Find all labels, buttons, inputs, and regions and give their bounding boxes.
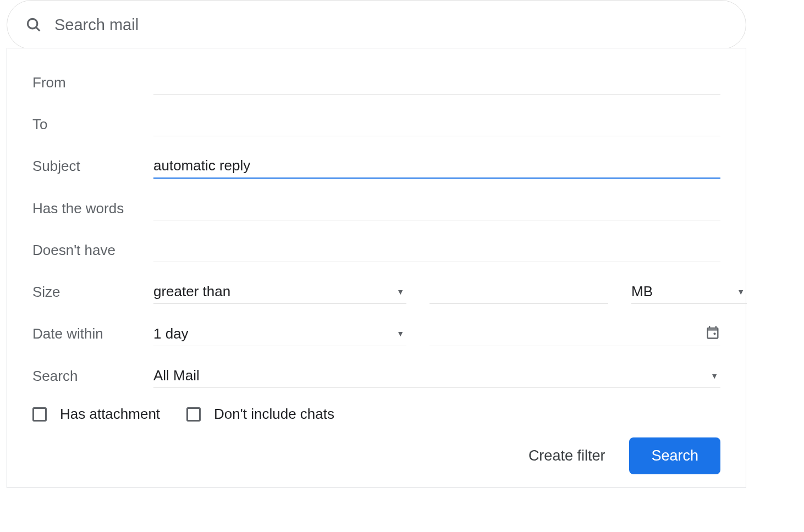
subject-row: Subject	[32, 154, 720, 179]
has-attachment-label: Has attachment	[60, 406, 160, 423]
search-input[interactable]	[54, 16, 730, 34]
search-button[interactable]: Search	[629, 437, 720, 474]
chevron-down-icon: ▼	[737, 287, 745, 296]
calendar-icon[interactable]	[705, 325, 720, 342]
chevron-down-icon: ▼	[711, 372, 718, 380]
search-in-value: All Mail	[153, 367, 200, 384]
doesnt-have-label: Doesn't have	[32, 242, 153, 259]
has-attachment-checkbox[interactable]: Has attachment	[32, 406, 160, 423]
create-filter-button[interactable]: Create filter	[528, 447, 605, 464]
date-within-row: Date within 1 day ▼	[32, 322, 720, 346]
date-within-label: Date within	[32, 325, 153, 342]
date-range-value: 1 day	[153, 325, 189, 342]
to-input[interactable]	[153, 112, 720, 136]
size-label: Size	[32, 284, 153, 301]
search-icon	[23, 14, 45, 36]
size-row: Size greater than ▼ MB ▼	[32, 280, 720, 304]
dont-include-chats-label: Don't include chats	[214, 406, 334, 423]
subject-label: Subject	[32, 158, 153, 175]
doesnt-have-row: Doesn't have	[32, 238, 720, 262]
size-comparator-select[interactable]: greater than ▼	[153, 280, 406, 304]
chevron-down-icon: ▼	[397, 287, 404, 296]
size-unit-select[interactable]: MB ▼	[631, 280, 747, 304]
has-words-row: Has the words	[32, 196, 720, 220]
checkbox-icon	[32, 407, 47, 422]
svg-point-0	[27, 19, 37, 29]
panel-footer: Create filter Search	[528, 437, 720, 474]
to-row: To	[32, 112, 720, 136]
to-label: To	[32, 116, 153, 133]
has-words-input[interactable]	[153, 196, 720, 220]
has-words-label: Has the words	[32, 200, 153, 217]
search-in-row: Search All Mail ▼	[32, 364, 720, 388]
size-unit-value: MB	[631, 283, 653, 300]
from-label: From	[32, 74, 153, 91]
advanced-search-panel: From To Subject Has the words Doesn't ha…	[7, 48, 746, 488]
search-in-label: Search	[32, 368, 153, 385]
dont-include-chats-checkbox[interactable]: Don't include chats	[186, 406, 334, 423]
checkbox-row: Has attachment Don't include chats	[32, 406, 720, 423]
date-input-wrap	[429, 322, 720, 346]
search-bar[interactable]	[7, 0, 746, 49]
chevron-down-icon: ▼	[397, 329, 404, 338]
subject-input[interactable]	[153, 154, 720, 179]
date-range-select[interactable]: 1 day ▼	[153, 322, 406, 346]
checkbox-icon	[186, 407, 201, 422]
svg-point-2	[713, 332, 715, 335]
size-comparator-value: greater than	[153, 283, 230, 300]
svg-line-1	[36, 27, 40, 31]
size-value-input[interactable]	[429, 280, 608, 304]
search-in-select[interactable]: All Mail ▼	[153, 364, 720, 388]
from-row: From	[32, 70, 720, 95]
date-input[interactable]	[429, 325, 705, 342]
from-input[interactable]	[153, 70, 720, 95]
doesnt-have-input[interactable]	[153, 238, 720, 262]
